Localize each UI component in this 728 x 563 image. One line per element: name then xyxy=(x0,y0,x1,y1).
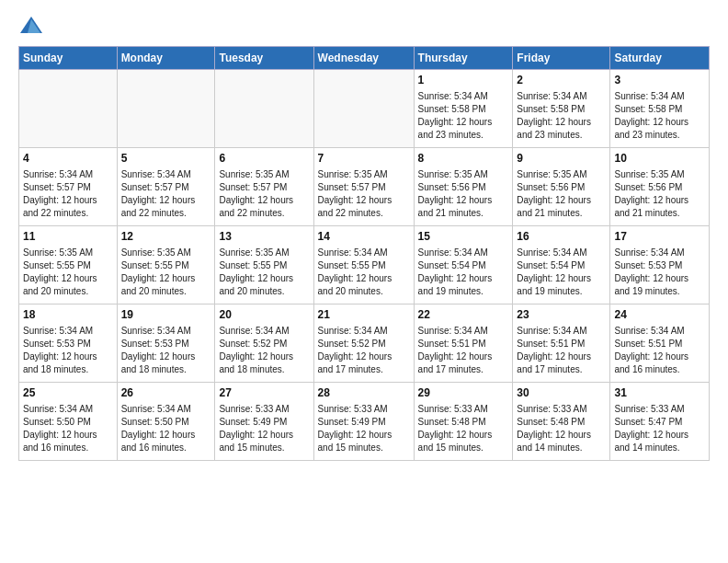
day-number: 30 xyxy=(517,385,606,401)
day-info: Sunrise: 5:33 AMSunset: 5:48 PMDaylight:… xyxy=(418,403,509,454)
day-number: 28 xyxy=(318,385,410,401)
weekday-header-wednesday: Wednesday xyxy=(313,47,414,70)
calendar-cell: 1Sunrise: 5:34 AMSunset: 5:58 PMDaylight… xyxy=(414,70,513,148)
day-number: 23 xyxy=(517,307,606,323)
week-row-1: 1Sunrise: 5:34 AMSunset: 5:58 PMDaylight… xyxy=(19,70,710,148)
week-row-4: 18Sunrise: 5:34 AMSunset: 5:53 PMDayligh… xyxy=(19,304,710,383)
logo xyxy=(18,15,48,37)
day-number: 1 xyxy=(418,73,509,88)
calendar-cell: 17Sunrise: 5:34 AMSunset: 5:53 PMDayligh… xyxy=(610,226,710,304)
calendar-cell: 26Sunrise: 5:34 AMSunset: 5:50 PMDayligh… xyxy=(117,383,215,461)
weekday-header-thursday: Thursday xyxy=(414,47,513,70)
day-info: Sunrise: 5:33 AMSunset: 5:47 PMDaylight:… xyxy=(614,403,705,454)
day-info: Sunrise: 5:34 AMSunset: 5:50 PMDaylight:… xyxy=(23,403,113,454)
day-info: Sunrise: 5:35 AMSunset: 5:55 PMDaylight:… xyxy=(219,247,309,298)
day-info: Sunrise: 5:35 AMSunset: 5:57 PMDaylight:… xyxy=(318,168,410,220)
calendar-cell: 8Sunrise: 5:35 AMSunset: 5:56 PMDaylight… xyxy=(414,148,513,226)
calendar-cell: 31Sunrise: 5:33 AMSunset: 5:47 PMDayligh… xyxy=(610,383,710,461)
calendar-cell: 28Sunrise: 5:33 AMSunset: 5:49 PMDayligh… xyxy=(313,383,414,461)
day-info: Sunrise: 5:34 AMSunset: 5:53 PMDaylight:… xyxy=(614,247,705,298)
day-info: Sunrise: 5:34 AMSunset: 5:57 PMDaylight:… xyxy=(23,168,113,220)
calendar-cell: 3Sunrise: 5:34 AMSunset: 5:58 PMDaylight… xyxy=(610,70,710,148)
calendar-cell: 19Sunrise: 5:34 AMSunset: 5:53 PMDayligh… xyxy=(117,304,215,383)
day-number: 12 xyxy=(121,229,211,245)
weekday-header-row: SundayMondayTuesdayWednesdayThursdayFrid… xyxy=(19,47,710,70)
day-info: Sunrise: 5:35 AMSunset: 5:56 PMDaylight:… xyxy=(418,168,509,220)
day-number: 13 xyxy=(219,229,309,245)
day-info: Sunrise: 5:34 AMSunset: 5:51 PMDaylight:… xyxy=(614,325,705,376)
weekday-header-tuesday: Tuesday xyxy=(215,47,313,70)
day-info: Sunrise: 5:34 AMSunset: 5:55 PMDaylight:… xyxy=(318,247,410,298)
day-number: 7 xyxy=(318,151,410,167)
day-number: 11 xyxy=(23,229,113,245)
day-number: 29 xyxy=(418,385,509,401)
day-number: 19 xyxy=(121,307,211,323)
day-number: 24 xyxy=(614,307,705,323)
day-info: Sunrise: 5:34 AMSunset: 5:58 PMDaylight:… xyxy=(418,90,509,142)
weekday-header-sunday: Sunday xyxy=(19,47,118,70)
calendar-cell: 30Sunrise: 5:33 AMSunset: 5:48 PMDayligh… xyxy=(513,383,610,461)
day-number: 16 xyxy=(517,229,606,245)
day-info: Sunrise: 5:34 AMSunset: 5:51 PMDaylight:… xyxy=(517,325,606,376)
calendar-cell: 6Sunrise: 5:35 AMSunset: 5:57 PMDaylight… xyxy=(215,148,313,226)
calendar-cell: 11Sunrise: 5:35 AMSunset: 5:55 PMDayligh… xyxy=(19,226,118,304)
calendar-cell xyxy=(313,70,414,148)
calendar-cell xyxy=(117,70,215,148)
calendar-cell: 24Sunrise: 5:34 AMSunset: 5:51 PMDayligh… xyxy=(610,304,710,383)
day-number: 14 xyxy=(318,229,410,245)
day-info: Sunrise: 5:35 AMSunset: 5:55 PMDaylight:… xyxy=(121,247,211,298)
day-info: Sunrise: 5:34 AMSunset: 5:52 PMDaylight:… xyxy=(219,325,309,376)
calendar-cell: 2Sunrise: 5:34 AMSunset: 5:58 PMDaylight… xyxy=(513,70,610,148)
day-number: 18 xyxy=(23,307,113,323)
calendar-cell: 9Sunrise: 5:35 AMSunset: 5:56 PMDaylight… xyxy=(513,148,610,226)
day-number: 26 xyxy=(121,385,211,401)
day-info: Sunrise: 5:34 AMSunset: 5:50 PMDaylight:… xyxy=(121,403,211,454)
calendar-cell: 5Sunrise: 5:34 AMSunset: 5:57 PMDaylight… xyxy=(117,148,215,226)
calendar-cell: 21Sunrise: 5:34 AMSunset: 5:52 PMDayligh… xyxy=(313,304,414,383)
calendar-cell: 18Sunrise: 5:34 AMSunset: 5:53 PMDayligh… xyxy=(19,304,118,383)
day-number: 6 xyxy=(219,151,309,167)
calendar-table: SundayMondayTuesdayWednesdayThursdayFrid… xyxy=(18,46,710,461)
logo-icon xyxy=(18,15,44,37)
day-number: 31 xyxy=(614,385,705,401)
weekday-header-monday: Monday xyxy=(117,47,215,70)
calendar-cell: 16Sunrise: 5:34 AMSunset: 5:54 PMDayligh… xyxy=(513,226,610,304)
day-info: Sunrise: 5:34 AMSunset: 5:53 PMDaylight:… xyxy=(121,325,211,376)
day-number: 3 xyxy=(614,73,705,88)
day-info: Sunrise: 5:34 AMSunset: 5:53 PMDaylight:… xyxy=(23,325,113,376)
day-info: Sunrise: 5:34 AMSunset: 5:57 PMDaylight:… xyxy=(121,168,211,220)
day-number: 9 xyxy=(517,151,606,167)
day-number: 5 xyxy=(121,151,211,167)
day-number: 20 xyxy=(219,307,309,323)
calendar-cell: 10Sunrise: 5:35 AMSunset: 5:56 PMDayligh… xyxy=(610,148,710,226)
calendar-cell xyxy=(19,70,118,148)
calendar-cell: 27Sunrise: 5:33 AMSunset: 5:49 PMDayligh… xyxy=(215,383,313,461)
day-number: 2 xyxy=(517,73,606,88)
weekday-header-saturday: Saturday xyxy=(610,47,710,70)
week-row-5: 25Sunrise: 5:34 AMSunset: 5:50 PMDayligh… xyxy=(19,383,710,461)
calendar-cell: 22Sunrise: 5:34 AMSunset: 5:51 PMDayligh… xyxy=(414,304,513,383)
day-info: Sunrise: 5:34 AMSunset: 5:54 PMDaylight:… xyxy=(418,247,509,298)
calendar-cell: 14Sunrise: 5:34 AMSunset: 5:55 PMDayligh… xyxy=(313,226,414,304)
calendar-cell: 29Sunrise: 5:33 AMSunset: 5:48 PMDayligh… xyxy=(414,383,513,461)
calendar-cell xyxy=(215,70,313,148)
calendar-cell: 25Sunrise: 5:34 AMSunset: 5:50 PMDayligh… xyxy=(19,383,118,461)
day-info: Sunrise: 5:35 AMSunset: 5:56 PMDaylight:… xyxy=(614,168,705,220)
day-info: Sunrise: 5:35 AMSunset: 5:56 PMDaylight:… xyxy=(517,168,606,220)
day-number: 22 xyxy=(418,307,509,323)
day-info: Sunrise: 5:33 AMSunset: 5:49 PMDaylight:… xyxy=(219,403,309,454)
day-number: 25 xyxy=(23,385,113,401)
calendar-cell: 20Sunrise: 5:34 AMSunset: 5:52 PMDayligh… xyxy=(215,304,313,383)
weekday-header-friday: Friday xyxy=(513,47,610,70)
calendar-cell: 7Sunrise: 5:35 AMSunset: 5:57 PMDaylight… xyxy=(313,148,414,226)
day-number: 4 xyxy=(23,151,113,167)
header xyxy=(18,15,710,37)
day-number: 10 xyxy=(614,151,705,167)
calendar-cell: 12Sunrise: 5:35 AMSunset: 5:55 PMDayligh… xyxy=(117,226,215,304)
calendar-cell: 4Sunrise: 5:34 AMSunset: 5:57 PMDaylight… xyxy=(19,148,118,226)
week-row-3: 11Sunrise: 5:35 AMSunset: 5:55 PMDayligh… xyxy=(19,226,710,304)
day-info: Sunrise: 5:34 AMSunset: 5:54 PMDaylight:… xyxy=(517,247,606,298)
calendar-cell: 15Sunrise: 5:34 AMSunset: 5:54 PMDayligh… xyxy=(414,226,513,304)
day-info: Sunrise: 5:35 AMSunset: 5:55 PMDaylight:… xyxy=(23,247,113,298)
calendar-cell: 13Sunrise: 5:35 AMSunset: 5:55 PMDayligh… xyxy=(215,226,313,304)
